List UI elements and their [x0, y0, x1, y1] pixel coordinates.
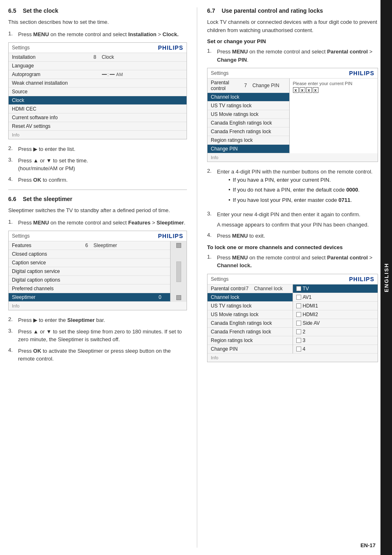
settings-header-sleeptimer: Settings PHILIPS [9, 231, 187, 241]
settings-header-clock: Settings PHILIPS [9, 43, 187, 53]
settings-row-canada-french-1: Canada French ratings lock [208, 127, 289, 136]
settings-row-canada-english-1: Canada English ratings lock [208, 119, 289, 127]
channel-row-hdmi1: HDMI1 [293, 302, 378, 310]
step-67-1: 1. Press MENU on the remote control and … [207, 48, 378, 64]
channel-row-tv: TV [293, 284, 378, 293]
step-66-1: 1. Press MENU on the remote control and … [8, 219, 187, 227]
section-66-number: 6.6 [8, 196, 16, 202]
pin-box-3: x [306, 87, 312, 93]
section-65-body: This section describes how to set the ti… [8, 18, 187, 26]
pin-display: x x x x [293, 87, 375, 93]
side-tab: ENGLISH [380, 0, 392, 555]
step-66-3: 3. Press ▲ or ▼ to set the sleep time fr… [8, 328, 187, 344]
sleeptimer-scrollbar [170, 241, 187, 302]
section-67-title: 6.7 Use parental control and rating lock… [207, 7, 378, 14]
settings-panel-clock: Settings PHILIPS Installation 8 Clock La… [8, 42, 187, 139]
step-65-3: 3. Press ▲ or ▼ to set the time.(hour/mi… [8, 157, 187, 173]
enter-pin-label: Please enter your current PIN [293, 81, 375, 86]
subsection-pin: Set or change your PIN 1. Press MENU on … [207, 38, 378, 240]
page-number: EN-17 [360, 542, 376, 548]
section-67: 6.7 Use parental control and rating lock… [207, 7, 378, 362]
section-65-title: 6.5 Set the clock [8, 7, 187, 14]
philips-logo-change-pin: PHILIPS [349, 70, 374, 76]
section-65: 6.5 Set the clock This section describes… [8, 7, 187, 184]
settings-row-region-ratings-1: Region ratings lock [208, 136, 289, 145]
settings-footer-channel-lock: Info [208, 354, 378, 362]
settings-row-region-ratings-2: Region ratings lock [208, 336, 293, 345]
step-67-4: 4. Press MENU to exit. [207, 232, 378, 240]
pin-entry-area: Please enter your current PIN x x x x [289, 79, 378, 153]
settings-row-features: Features 6 Sleeptimer [9, 241, 170, 250]
section-66-heading: Set the sleeptimer [23, 196, 72, 202]
settings-row-parental-control-1: Parental control 7 Change PIN [208, 79, 289, 93]
section-66: 6.6 Set the sleeptimer Sleeptimer switch… [8, 196, 187, 363]
channel-row-2: 2 [293, 328, 378, 336]
bullet-item-1: • If you have a PIN, enter your current … [228, 176, 373, 184]
bullet-item-2: • If you do not have a PIN, enter the de… [228, 186, 373, 194]
settings-row-us-tv-ratings-2: US TV ratings lock [208, 302, 293, 310]
settings-panel-channel-lock: Settings PHILIPS Parental control 7 Chan… [207, 274, 378, 362]
settings-row-reset-av: Reset AV settings [9, 122, 187, 131]
philips-logo-clock: PHILIPS [158, 44, 183, 51]
settings-row-installation: Installation 8 Clock [9, 53, 187, 62]
settings-row-parental-control-2: Parental control 7 Channel lock [208, 284, 293, 293]
settings-row-us-movie-ratings-2: US Movie ratings lock [208, 310, 293, 319]
settings-panel-clock-title: Settings [12, 45, 30, 51]
channel-row-side-av: Side AV [293, 319, 378, 328]
step-67-3: 3. Enter your new 4-digit PIN and then e… [207, 210, 378, 229]
settings-row-sleeptimer: Sleeptimer 0 [9, 293, 170, 302]
channel-row-av1: AV1 [293, 293, 378, 302]
step-66-2: 2. Press ▶ to enter the Sleeptimer bar. [8, 316, 187, 324]
settings-row-autoprogram: Autoprogram : AM [9, 70, 187, 79]
bullet-list-pin: • If you have a PIN, enter your current … [228, 176, 373, 204]
pin-box-4: x [313, 87, 318, 93]
step-65-2: 2. Press ▶ to enter the list. [8, 145, 187, 153]
pin-confirm-note: A message appears to confirm that your P… [217, 221, 369, 229]
section-65-number: 6.5 [8, 7, 16, 14]
settings-row-language: Language [9, 62, 187, 70]
settings-header-channel-lock: Settings PHILIPS [208, 274, 378, 284]
subsection-lock: To lock one or more channels and connect… [207, 244, 378, 362]
philips-logo-sleeptimer: PHILIPS [158, 233, 183, 239]
settings-row-change-pin-2: Change PIN [208, 345, 293, 354]
settings-footer-clock: Info [9, 131, 187, 139]
settings-row-digital-caption-service: Digital caption service [9, 267, 170, 276]
checkbox-tv [296, 286, 301, 291]
right-column: 6.7 Use parental control and rating lock… [197, 7, 378, 548]
left-column: 6.5 Set the clock This section describes… [8, 7, 197, 548]
step-lock-1: 1. Press MENU on the remote control and … [207, 254, 378, 270]
pin-box-1: x [293, 87, 299, 93]
settings-row-software-info: Current software info [9, 113, 187, 122]
settings-row-caption-service: Caption service [9, 259, 170, 267]
settings-row-closed-captions: Closed captions [9, 250, 170, 259]
settings-row-hdmi-cec: HDMI CEC [9, 105, 187, 113]
checkbox-3 [296, 338, 301, 343]
pin-box-2: x [300, 87, 305, 93]
settings-row-us-tv-ratings-1: US TV ratings lock [208, 102, 289, 110]
settings-panel-sleeptimer: Settings PHILIPS Features 6 Sleeptimer C… [8, 231, 187, 310]
bullet-item-3: • If you have lost your PIN, enter maste… [228, 196, 373, 204]
checkbox-side-av [296, 321, 301, 326]
section-65-heading: Set the clock [23, 7, 58, 14]
checkbox-4 [296, 347, 301, 352]
step-66-4: 4. Press OK to activate the Sleeptimer o… [8, 347, 187, 363]
settings-footer-change-pin: Info [208, 153, 378, 162]
section-67-heading: Use parental control and rating locks [221, 7, 323, 14]
channel-list-area: TV AV1 HDMI1 [293, 284, 378, 354]
checkbox-2 [296, 329, 301, 334]
settings-row-change-pin-1: Change PIN [208, 145, 289, 153]
step-65-4: 4. Press OK to confirm. [8, 176, 187, 184]
settings-row-source: Source [9, 88, 187, 96]
settings-footer-sleeptimer: Info [9, 302, 187, 310]
settings-row-channel-lock-1: Channel lock [208, 93, 289, 102]
section-66-body: Sleeptimer switches the TV to standby af… [8, 206, 187, 215]
settings-row-canada-english-2: Canada English ratings lock [208, 319, 293, 328]
divider-65-66 [8, 190, 187, 190]
settings-row-channel-lock-2: Channel lock [208, 293, 293, 302]
subsection-pin-title: Set or change your PIN [207, 38, 378, 44]
channel-row-4: 4 [293, 345, 378, 354]
section-67-number: 6.7 [207, 7, 215, 14]
settings-header-change-pin: Settings PHILIPS [208, 68, 378, 79]
settings-row-us-movie-ratings-1: US Movie ratings lock [208, 110, 289, 119]
checkbox-hdmi2 [296, 312, 301, 317]
